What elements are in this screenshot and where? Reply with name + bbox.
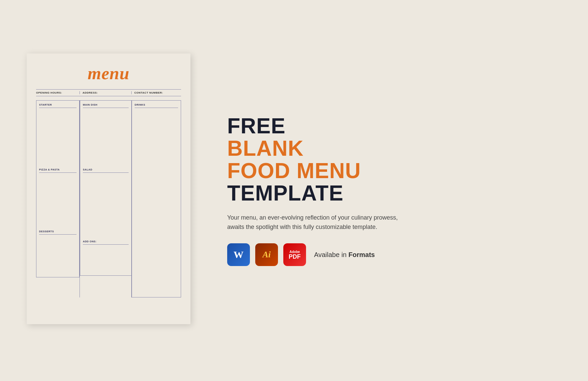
title-line-blank: BLANK bbox=[227, 137, 561, 160]
main-container: menu OPENING HOURS: ADDRESS: CONTACT NUM… bbox=[27, 23, 561, 358]
opening-hours-label: OPENING HOURS: bbox=[36, 91, 80, 94]
addons-label: ADD ONS: bbox=[83, 240, 129, 245]
formats-label-text: Availabe in bbox=[314, 251, 346, 258]
starter-label: STARTER bbox=[39, 103, 77, 108]
title-line-free: FREE bbox=[227, 115, 561, 137]
pdf-icon-inner: Adobe PDF bbox=[289, 250, 301, 260]
salad-section: SALAD bbox=[80, 165, 131, 237]
pizza-section: PIZZA & PASTA bbox=[36, 165, 80, 227]
ai-icon: Ai bbox=[255, 243, 278, 266]
contact-label: CONTACT NUMBER: bbox=[131, 91, 181, 94]
word-icon: W bbox=[227, 243, 250, 266]
drinks-label: DRINKS bbox=[135, 103, 178, 108]
formats-label: Availabe in Formats bbox=[314, 251, 375, 259]
menu-card-wrapper: menu OPENING HOURS: ADDRESS: CONTACT NUM… bbox=[27, 53, 200, 328]
menu-title: menu bbox=[36, 64, 181, 83]
empty-right-section bbox=[132, 172, 181, 297]
menu-card: menu OPENING HOURS: ADDRESS: CONTACT NUM… bbox=[27, 53, 190, 324]
desserts-section: DESSERTS bbox=[36, 227, 80, 277]
menu-col-left: STARTER PIZZA & PASTA DESSERTS bbox=[36, 100, 80, 297]
info-description: Your menu, an ever-evolving reflection o… bbox=[227, 213, 401, 232]
pdf-icon-text: PDF bbox=[289, 254, 301, 260]
menu-col-right: DRINKS bbox=[131, 100, 181, 297]
title-line-template: TEMPLATE bbox=[227, 182, 561, 205]
title-line-food-menu: FOOD MENU bbox=[227, 160, 561, 182]
addons-section: ADD ONS: bbox=[80, 237, 131, 276]
desserts-label: DESSERTS bbox=[39, 230, 77, 235]
starter-section: STARTER bbox=[36, 100, 80, 165]
info-section: FREE BLANK FOOD MENU TEMPLATE Your menu,… bbox=[227, 115, 561, 266]
ai-icon-text: Ai bbox=[263, 250, 271, 260]
salad-label: SALAD bbox=[83, 168, 129, 173]
maindish-label: MAIN DISH bbox=[83, 103, 129, 108]
menu-header-row: OPENING HOURS: ADDRESS: CONTACT NUMBER: bbox=[36, 89, 181, 96]
formats-row: W Ai Adobe PDF Availabe in Formats bbox=[227, 243, 561, 266]
pizza-label: PIZZA & PASTA bbox=[39, 168, 77, 173]
drinks-section: DRINKS bbox=[132, 100, 181, 172]
formats-bold-text: Formats bbox=[348, 251, 375, 258]
menu-col-middle: MAIN DISH SALAD ADD ONS: bbox=[80, 100, 131, 297]
pdf-icon: Adobe PDF bbox=[283, 243, 306, 266]
address-label: ADDRESS: bbox=[80, 91, 131, 94]
word-icon-letter: W bbox=[234, 249, 244, 260]
maindish-section: MAIN DISH bbox=[80, 100, 131, 165]
info-title-block: FREE BLANK FOOD MENU TEMPLATE bbox=[227, 115, 561, 205]
